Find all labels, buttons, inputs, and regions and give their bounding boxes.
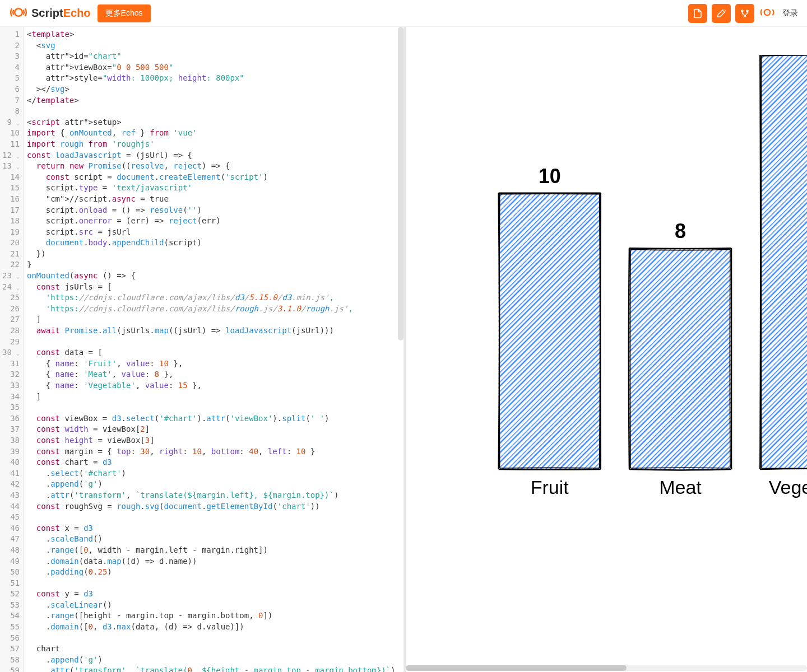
- line-number: 50: [0, 567, 20, 578]
- code-line[interactable]: ]: [27, 391, 404, 403]
- line-number: 29: [0, 337, 20, 348]
- code-line[interactable]: <script attr">setup>: [27, 117, 404, 128]
- code-line[interactable]: const y = d3: [27, 589, 404, 600]
- line-number: 56: [0, 633, 20, 644]
- code-line[interactable]: .range([height - margin.top - margin.bot…: [27, 610, 404, 622]
- code-line[interactable]: }: [27, 259, 404, 270]
- line-number: 11: [0, 139, 20, 150]
- bar-value-label: 8: [675, 220, 686, 242]
- code-line[interactable]: [27, 337, 404, 348]
- code-line[interactable]: document.body.appendChild(script): [27, 237, 404, 249]
- preview-hscrollbar[interactable]: [406, 665, 807, 671]
- code-line[interactable]: await Promise.all(jsUrls.map((jsUrl) => …: [27, 325, 404, 337]
- code-line[interactable]: attr">style="width: 1000px; height: 800p…: [27, 73, 404, 84]
- line-number: 9 ⌄: [0, 117, 20, 128]
- branch-icon[interactable]: [735, 4, 754, 23]
- code-line[interactable]: const data = [: [27, 347, 404, 358]
- code-line[interactable]: return new Promise((resolve, reject) => …: [27, 161, 404, 172]
- line-number: 45: [0, 512, 20, 523]
- code-line[interactable]: const chart = d3: [27, 457, 404, 468]
- code-line[interactable]: .attr('transform', `translate(${margin.l…: [27, 490, 404, 501]
- code-line[interactable]: import rough from 'roughjs': [27, 139, 404, 150]
- code-line[interactable]: ></svg>: [27, 84, 404, 95]
- code-line[interactable]: const margin = { top: 30, right: 10, bot…: [27, 446, 404, 458]
- more-echos-button[interactable]: 更多Echos: [98, 4, 151, 22]
- line-number: 51: [0, 578, 20, 589]
- code-line[interactable]: attr">id="chart": [27, 51, 404, 62]
- code-line[interactable]: import { onMounted, ref } from 'vue': [27, 128, 404, 139]
- code-line[interactable]: const jsUrls = [: [27, 282, 404, 293]
- line-number: 46: [0, 523, 20, 534]
- code-line[interactable]: [27, 633, 404, 644]
- code-line[interactable]: .padding(0.25): [27, 567, 404, 578]
- doc-icon[interactable]: [688, 4, 707, 23]
- line-number: 39: [0, 446, 20, 458]
- code-line[interactable]: script.onload = () => resolve(''): [27, 205, 404, 216]
- code-line[interactable]: onMounted(async () => {: [27, 270, 404, 282]
- line-number: 16: [0, 194, 20, 205]
- bar-value-label: 10: [539, 165, 561, 188]
- code-line[interactable]: .attr('transform', `translate(0, ${heigh…: [27, 665, 404, 672]
- code-line[interactable]: 'https://cdnjs.cloudflare.com/ajax/libs/…: [27, 304, 404, 315]
- line-number: 49: [0, 556, 20, 567]
- bar: [499, 193, 601, 469]
- code-line[interactable]: [27, 578, 404, 589]
- line-number: 7: [0, 95, 20, 106]
- code-line[interactable]: .range([0, width - margin.left - margin.…: [27, 545, 404, 556]
- code-line[interactable]: "cm">//script.async = true: [27, 194, 404, 205]
- code-line[interactable]: script.src = jsUrl: [27, 227, 404, 238]
- code-line[interactable]: { name: 'Fruit', value: 10 },: [27, 358, 404, 370]
- code-line[interactable]: chart: [27, 643, 404, 655]
- code-line[interactable]: [27, 512, 404, 523]
- svg-point-2: [746, 10, 748, 12]
- bar: [629, 248, 731, 469]
- svg-point-3: [744, 15, 746, 17]
- code-line[interactable]: </template>: [27, 95, 404, 106]
- code-line[interactable]: script.onerror = (err) => reject(err): [27, 216, 404, 227]
- bar-category-label: Fruit: [531, 477, 569, 498]
- wand-icon[interactable]: [712, 4, 731, 23]
- login-link[interactable]: 登录: [782, 8, 798, 18]
- line-number: 30 ⌄: [0, 347, 20, 358]
- line-number: 57: [0, 643, 20, 655]
- code-line[interactable]: const width = viewBox[2]: [27, 424, 404, 435]
- code-line[interactable]: const x = d3: [27, 523, 404, 534]
- code-line[interactable]: .scaleLinear(): [27, 600, 404, 611]
- code-line[interactable]: [27, 402, 404, 413]
- logo-small-icon[interactable]: [759, 4, 776, 23]
- svg-point-4: [764, 9, 771, 15]
- code-editor-pane: 123456789 ⌄101112 ⌄13 ⌄14151617181920212…: [0, 27, 404, 672]
- brand-logo[interactable]: ScriptEcho: [9, 3, 91, 24]
- code-line[interactable]: const roughSvg = rough.svg(document.getE…: [27, 501, 404, 512]
- code-line[interactable]: const viewBox = d3.select('#chart').attr…: [27, 413, 404, 424]
- code-line[interactable]: .domain(data.map((d) => d.name)): [27, 556, 404, 567]
- code-line[interactable]: const script = document.createElement('s…: [27, 172, 404, 183]
- line-number: 55: [0, 622, 20, 633]
- code-line[interactable]: [27, 106, 404, 117]
- code-line[interactable]: .append('g'): [27, 655, 404, 666]
- code-line[interactable]: const loadJavascript = (jsUrl) => {: [27, 150, 404, 161]
- code-line[interactable]: { name: 'Meat', value: 8 },: [27, 369, 404, 380]
- line-number: 10: [0, 128, 20, 139]
- code-line[interactable]: script.type = 'text/javascript': [27, 183, 404, 194]
- editor-scrollbar[interactable]: [398, 27, 404, 340]
- code-line[interactable]: attr">viewBox="0 0 500 500": [27, 62, 404, 73]
- code-line[interactable]: ]: [27, 314, 404, 325]
- code-line[interactable]: .append('g'): [27, 479, 404, 490]
- code-line[interactable]: .domain([0, d3.max(data, (d) => d.value)…: [27, 622, 404, 633]
- code-line[interactable]: }): [27, 249, 404, 260]
- code-line[interactable]: const height = viewBox[3]: [27, 435, 404, 446]
- code-line[interactable]: .select('#chart'): [27, 468, 404, 479]
- line-number: 6: [0, 84, 20, 95]
- code-line[interactable]: <template>: [27, 29, 404, 40]
- line-number: 33: [0, 380, 20, 391]
- line-number: 14: [0, 172, 20, 183]
- code-area[interactable]: <template> <svg attr">id="chart" attr">v…: [24, 27, 404, 672]
- code-line[interactable]: <svg: [27, 40, 404, 52]
- code-line[interactable]: { name: 'Vegetable', value: 15 },: [27, 380, 404, 391]
- code-line[interactable]: 'https://cdnjs.cloudflare.com/ajax/libs/…: [27, 292, 404, 304]
- line-number: 1: [0, 29, 20, 40]
- line-number: 27: [0, 314, 20, 325]
- code-line[interactable]: .scaleBand(): [27, 534, 404, 545]
- line-number: 17: [0, 205, 20, 216]
